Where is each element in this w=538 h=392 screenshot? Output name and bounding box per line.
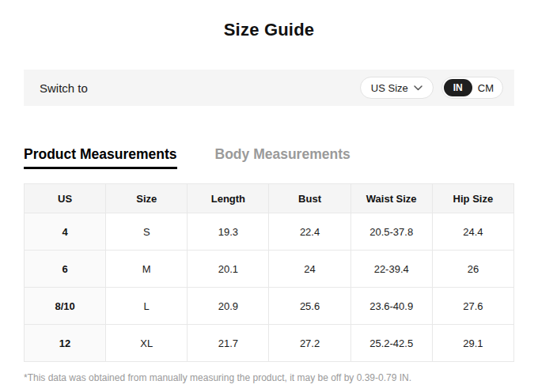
table-cell-size: S [106, 213, 188, 251]
measurement-tabs: Product Measurements Body Measurements [24, 106, 514, 169]
table-cell-waist: 22-39.4 [350, 251, 432, 288]
tab-product-measurements[interactable]: Product Measurements [24, 146, 177, 169]
table-cell-hip: 29.1 [432, 325, 513, 362]
switch-controls: US Size IN CM [360, 77, 503, 99]
table-cell-us: 4 [25, 213, 106, 251]
size-standard-dropdown[interactable]: US Size [360, 77, 434, 99]
table-cell-bust: 22.4 [269, 213, 350, 251]
column-header-size: Size [106, 184, 188, 213]
unit-switch-bar: Switch to US Size IN CM [24, 70, 514, 106]
table-cell-length: 20.1 [188, 251, 269, 288]
unit-toggle[interactable]: IN CM [441, 77, 503, 99]
switch-to-label: Switch to [40, 81, 88, 95]
tab-body-measurements[interactable]: Body Measurements [215, 146, 350, 169]
table-cell-waist: 25.2-42.5 [350, 325, 432, 362]
unit-option-cm[interactable]: CM [472, 82, 501, 94]
column-header-waist: Waist Size [350, 184, 432, 213]
table-cell-waist: 23.6-40.9 [350, 288, 432, 325]
size-standard-value: US Size [371, 82, 408, 94]
column-header-hip: Hip Size [432, 184, 513, 213]
column-header-us: US [25, 184, 106, 213]
table-cell-us: 12 [25, 325, 106, 362]
table-row: 8/10 L 20.9 25.6 23.6-40.9 27.6 [25, 288, 514, 325]
table-cell-length: 19.3 [188, 213, 269, 251]
page-title: Size Guide [0, 0, 538, 40]
measurement-disclaimer: *This data was obtained from manually me… [24, 372, 514, 383]
column-header-bust: Bust [269, 184, 350, 213]
table-cell-length: 21.7 [188, 325, 269, 362]
table-cell-bust: 24 [269, 251, 350, 288]
chevron-down-icon [414, 85, 422, 91]
table-cell-length: 20.9 [188, 288, 269, 325]
table-cell-us: 6 [25, 251, 106, 288]
table-cell-bust: 25.6 [269, 288, 350, 325]
table-cell-size: L [106, 288, 188, 325]
table-cell-us: 8/10 [25, 288, 106, 325]
table-row: 12 XL 21.7 27.2 25.2-42.5 29.1 [25, 325, 514, 362]
table-row: 4 S 19.3 22.4 20.5-37.8 24.4 [25, 213, 514, 251]
table-cell-size: M [106, 251, 188, 288]
measurements-table: US Size Length Bust Waist Size Hip Size … [24, 183, 514, 362]
table-cell-size: XL [106, 325, 188, 362]
table-cell-hip: 24.4 [432, 213, 513, 251]
unit-option-in[interactable]: IN [444, 79, 472, 96]
table-header-row: US Size Length Bust Waist Size Hip Size [25, 184, 514, 213]
column-header-length: Length [188, 184, 269, 213]
table-cell-waist: 20.5-37.8 [350, 213, 432, 251]
table-cell-hip: 26 [432, 251, 513, 288]
size-guide-panel: Size Guide Switch to US Size IN CM Produ… [0, 0, 538, 392]
table-cell-bust: 27.2 [269, 325, 350, 362]
table-cell-hip: 27.6 [432, 288, 513, 325]
table-row: 6 M 20.1 24 22-39.4 26 [25, 251, 514, 288]
